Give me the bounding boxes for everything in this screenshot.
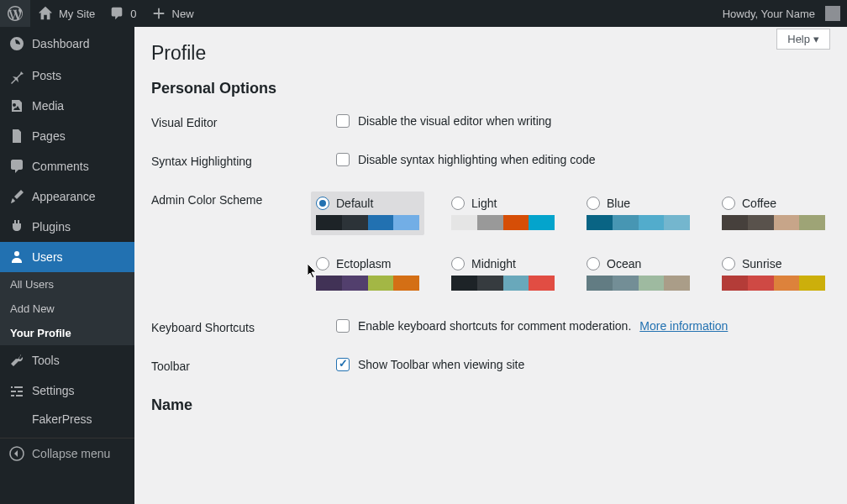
scheme-name: Ectoplasm <box>336 257 391 270</box>
sidebar-item-label: Appearance <box>32 190 96 203</box>
home-icon <box>37 5 54 22</box>
scheme-option-ectoplasm[interactable]: Ectoplasm <box>311 252 424 296</box>
swatch <box>799 276 825 291</box>
swatch <box>639 276 665 291</box>
sidebar-item-users[interactable]: Users <box>0 242 134 272</box>
swatch <box>613 215 639 230</box>
scheme-name: Default <box>336 197 373 210</box>
sidebar-item-settings[interactable]: Settings <box>0 375 134 406</box>
sidebar-item-dashboard[interactable]: Dashboard <box>0 27 134 60</box>
sidebar-item-posts[interactable]: Posts <box>0 60 134 91</box>
wp-logo[interactable] <box>0 0 30 27</box>
scheme-name: Light <box>471 197 497 210</box>
scheme-radio[interactable] <box>451 197 465 210</box>
row-color-scheme: Admin Color Scheme Default Light Blue Co… <box>151 192 830 296</box>
scheme-radio[interactable] <box>451 257 465 270</box>
sidebar-item-label: Tools <box>32 354 60 367</box>
user-menu[interactable]: Howdy, Your Name <box>716 0 847 27</box>
syntax-field: Disable syntax highlighting when editing… <box>336 153 830 166</box>
color-scheme-field: Default Light Blue Coffee Ectoplasm <box>311 192 830 296</box>
scheme-option-sunrise[interactable]: Sunrise <box>717 252 830 296</box>
collapse-menu[interactable]: Collapse menu <box>0 438 134 469</box>
shortcuts-label: Keyboard Shortcuts <box>151 319 336 334</box>
swatch <box>639 215 665 230</box>
comment-icon <box>108 5 125 22</box>
pin-icon <box>8 67 25 84</box>
avatar <box>825 6 840 21</box>
admin-sidebar: Dashboard Posts Media Pages Comments App… <box>0 27 134 504</box>
scheme-option-default[interactable]: Default <box>311 192 424 235</box>
syntax-text: Disable syntax highlighting when editing… <box>358 153 596 166</box>
scheme-name: Sunrise <box>742 257 781 270</box>
sidebar-item-pages[interactable]: Pages <box>0 121 134 151</box>
brush-icon <box>8 188 25 205</box>
sidebar-item-label: Settings <box>32 384 75 397</box>
visual-editor-field: Disable the visual editor when writing <box>336 114 830 128</box>
submenu-add-new[interactable]: Add New <box>0 297 134 321</box>
site-name: My Site <box>59 8 95 20</box>
submenu-all-users[interactable]: All Users <box>0 272 134 297</box>
swatch <box>799 215 825 230</box>
toolbar-checkbox[interactable] <box>336 358 350 371</box>
sidebar-item-label: Comments <box>32 160 89 173</box>
visual-editor-label: Visual Editor <box>151 114 336 129</box>
content-area: Help ▾ Profile Personal Options Visual E… <box>134 27 847 504</box>
sidebar-item-fakerpress[interactable]: FakerPress <box>0 406 134 433</box>
submenu-your-profile[interactable]: Your Profile <box>0 321 134 345</box>
sidebar-item-media[interactable]: Media <box>0 91 134 121</box>
scheme-option-ocean[interactable]: Ocean <box>581 252 695 296</box>
swatch <box>368 276 394 291</box>
admin-bar: My Site 0 New Howdy, Your Name <box>0 0 847 27</box>
swatch <box>613 276 639 291</box>
visual-editor-checkbox[interactable] <box>336 114 350 128</box>
row-syntax: Syntax Highlighting Disable syntax highl… <box>151 153 830 168</box>
scheme-swatches <box>451 276 555 291</box>
scheme-radio[interactable] <box>316 197 329 210</box>
chevron-down-icon: ▾ <box>813 33 819 45</box>
scheme-radio[interactable] <box>722 257 735 270</box>
comments-link[interactable]: 0 <box>102 0 143 27</box>
scheme-option-coffee[interactable]: Coffee <box>717 192 830 235</box>
scheme-option-blue[interactable]: Blue <box>581 192 695 235</box>
scheme-radio[interactable] <box>722 197 735 210</box>
scheme-swatches <box>722 276 825 291</box>
scheme-swatches <box>451 215 555 230</box>
comments-icon <box>8 158 25 175</box>
swatch <box>393 276 419 291</box>
page-title: Profile <box>151 42 830 65</box>
site-link[interactable]: My Site <box>30 0 102 27</box>
scheme-name: Coffee <box>742 197 776 210</box>
swatch <box>451 276 477 291</box>
sidebar-item-comments[interactable]: Comments <box>0 151 134 181</box>
new-link[interactable]: New <box>144 0 201 27</box>
syntax-label: Syntax Highlighting <box>151 153 336 168</box>
howdy-text: Howdy, Your Name <box>723 8 815 20</box>
scheme-radio[interactable] <box>587 257 600 270</box>
swatch <box>477 215 503 230</box>
sidebar-item-plugins[interactable]: Plugins <box>0 212 134 242</box>
swatch <box>477 276 503 291</box>
scheme-option-midnight[interactable]: Midnight <box>446 252 560 296</box>
scheme-radio[interactable] <box>587 197 600 210</box>
scheme-option-light[interactable]: Light <box>446 192 560 235</box>
shortcuts-more-info-link[interactable]: More information <box>639 319 728 333</box>
sidebar-item-tools[interactable]: Tools <box>0 345 134 375</box>
scheme-radio[interactable] <box>316 257 329 270</box>
swatch <box>664 276 690 291</box>
sidebar-item-appearance[interactable]: Appearance <box>0 181 134 212</box>
collapse-icon <box>8 445 25 462</box>
swatch <box>722 215 748 230</box>
scheme-swatches <box>722 215 825 230</box>
syntax-checkbox[interactable] <box>336 153 350 166</box>
swatch <box>587 215 613 230</box>
admin-bar-right: Howdy, Your Name <box>716 0 847 27</box>
shortcuts-checkbox[interactable] <box>336 319 350 333</box>
swatch <box>748 276 774 291</box>
toolbar-text: Show Toolbar when viewing site <box>358 358 524 371</box>
help-label: Help <box>787 33 810 45</box>
help-button[interactable]: Help ▾ <box>776 29 830 50</box>
toolbar-label: Toolbar <box>151 358 336 373</box>
new-label: New <box>172 8 194 20</box>
swatch <box>774 215 800 230</box>
sidebar-item-label: FakerPress <box>32 412 92 426</box>
